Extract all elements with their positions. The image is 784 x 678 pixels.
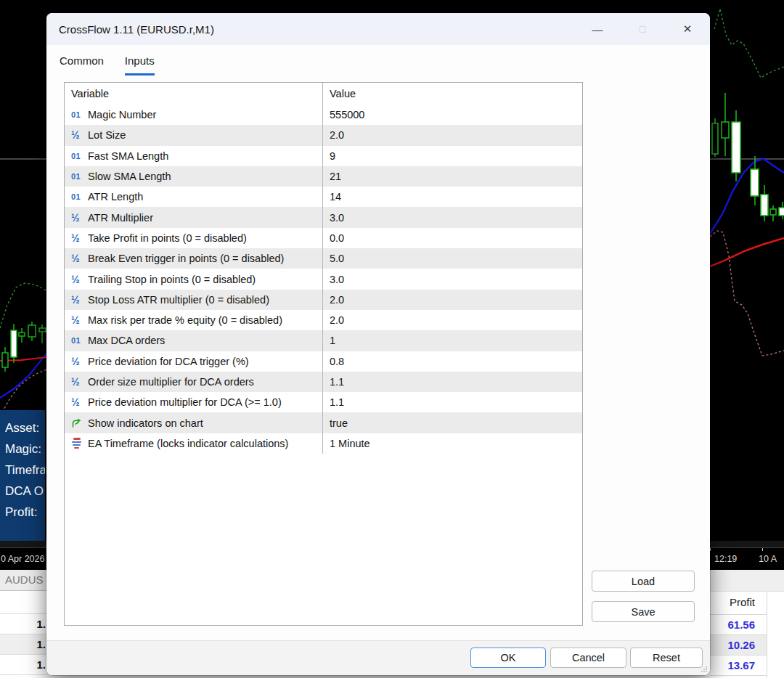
parameter-value[interactable]: 2.0	[330, 294, 344, 306]
parameter-value[interactable]: 9	[330, 150, 335, 162]
parameter-row[interactable]: EA Timeframe (locks indicator calculatio…	[65, 433, 582, 454]
parameter-row[interactable]: 01Max DCA orders1	[65, 330, 582, 351]
parameter-label: EA Timeframe (locks indicator calculatio…	[88, 438, 288, 449]
inputs-table: Variable Value 01Magic Number555000½Lot …	[64, 82, 583, 626]
parameter-row[interactable]: ½Price deviation for DCA trigger (%)0.8	[65, 351, 582, 372]
parameter-row[interactable]: Show indicators on charttrue	[65, 412, 582, 433]
chart-overlay-line: Asset:	[5, 417, 45, 438]
parameter-value[interactable]: 1	[330, 335, 335, 346]
parameter-value[interactable]: 1.1	[330, 376, 344, 388]
parameter-value[interactable]: 21	[330, 171, 341, 182]
column-header-value: Value	[330, 88, 356, 99]
parameter-label: Slow SMA Length	[88, 171, 171, 182]
parameter-row[interactable]: ½Price deviation multiplier for DCA (>= …	[65, 392, 582, 412]
parameter-row[interactable]: ½Max risk per trade % equity (0 = disabl…	[65, 310, 582, 330]
profit-column-header: Profit	[710, 592, 767, 615]
parameter-value[interactable]: 555000	[330, 109, 364, 121]
parameter-value[interactable]: 0.8	[330, 356, 344, 367]
parameter-label: Trailing Stop in points (0 = disabled)	[88, 274, 256, 285]
parameter-label: Stop Loss ATR multiplier (0 = disabled)	[88, 294, 269, 306]
double-type-icon: ½	[71, 253, 88, 264]
double-type-icon: ½	[71, 314, 88, 326]
integer-type-icon: 01	[71, 336, 88, 345]
double-type-icon: ½	[71, 232, 88, 244]
ok-button[interactable]: OK	[470, 648, 546, 668]
enum-type-icon	[71, 438, 88, 449]
chart-info-overlay: Asset:Magic:TimefraDCA OProfit:	[0, 410, 45, 545]
parameter-row[interactable]: ½Stop Loss ATR multiplier (0 = disabled)…	[65, 290, 582, 310]
parameter-label: Break Even trigger in points (0 = disabl…	[88, 253, 284, 264]
parameter-label: Max DCA orders	[88, 335, 165, 346]
parameter-row[interactable]: 01Fast SMA Length9	[65, 146, 582, 166]
parameter-label: Fast SMA Length	[88, 150, 168, 162]
parameter-value[interactable]: 1 Minute	[330, 438, 370, 449]
profit-column: Profit 61.5610.2613.67	[710, 570, 784, 678]
parameter-value[interactable]: 0.0	[330, 232, 344, 244]
reset-button[interactable]: Reset	[630, 648, 703, 668]
profit-cell: 61.56	[710, 615, 767, 635]
parameter-row[interactable]: ½Lot Size2.0	[65, 125, 582, 145]
parameter-value[interactable]: 3.0	[330, 212, 344, 224]
load-button[interactable]: Load	[592, 571, 695, 592]
chart-overlay-line: Timefra	[5, 460, 45, 481]
parameter-row[interactable]: ½Order size multiplier for DCA orders1.1	[65, 372, 582, 392]
parameter-row[interactable]: ½Take Profit in points (0 = disabled)0.0	[65, 228, 582, 248]
profit-cell: 10.26	[710, 635, 767, 655]
parameter-value[interactable]: 1.1	[330, 396, 344, 408]
axis-date-label: 0 Apr 2026	[1, 554, 44, 564]
parameter-label: Max risk per trade % equity (0 = disable…	[88, 314, 282, 326]
ea-settings-dialog: CrossFlow 1.11 (EURUSD.r,M1) — □ ✕ Commo…	[46, 13, 710, 675]
parameter-row[interactable]: 01Magic Number555000	[65, 105, 582, 125]
parameter-label: Order size multiplier for DCA orders	[88, 376, 254, 388]
maximize-icon: □	[640, 23, 645, 35]
symbol-column: AUDUS 1.1.1.	[0, 570, 46, 678]
parameter-label: Lot Size	[88, 129, 126, 141]
chart-overlay-line: DCA O	[5, 481, 45, 502]
quote-cell: 1.	[0, 655, 46, 675]
dialog-titlebar[interactable]: CrossFlow 1.11 (EURUSD.r,M1) — □ ✕	[46, 13, 710, 45]
save-button[interactable]: Save	[592, 601, 695, 622]
profit-column-band	[710, 570, 784, 592]
inputs-table-header: Variable Value	[65, 83, 582, 105]
parameter-value[interactable]: 2.0	[330, 129, 344, 141]
parameter-label: Price deviation multiplier for DCA (>= 1…	[88, 396, 282, 408]
column-header-variable: Variable	[71, 88, 109, 99]
parameter-row[interactable]: ½Trailing Stop in points (0 = disabled)3…	[65, 269, 582, 289]
axis-tick	[710, 548, 711, 551]
symbol-column-header: AUDUS	[0, 570, 46, 591]
minimize-icon: —	[592, 23, 603, 36]
resize-grip-icon[interactable]	[701, 666, 708, 673]
integer-type-icon: 01	[71, 152, 88, 160]
minimize-button[interactable]: —	[575, 13, 620, 45]
parameter-value[interactable]: 3.0	[330, 274, 344, 285]
symbol-column-empty-row	[0, 591, 46, 614]
parameter-row[interactable]: 01Slow SMA Length21	[65, 166, 582, 187]
double-type-icon: ½	[71, 294, 88, 306]
dialog-title: CrossFlow 1.11 (EURUSD.r,M1)	[46, 23, 575, 36]
parameter-row[interactable]: ½Break Even trigger in points (0 = disab…	[65, 248, 582, 269]
boolean-type-icon	[71, 417, 88, 428]
double-type-icon: ½	[71, 212, 88, 224]
integer-type-icon: 01	[71, 192, 88, 201]
double-type-icon: ½	[71, 376, 88, 388]
parameter-value[interactable]: 14	[330, 191, 341, 203]
profit-cell: 13.67	[710, 655, 767, 676]
parameter-value[interactable]: true	[330, 417, 348, 429]
tab-common[interactable]: Common	[60, 54, 104, 75]
parameter-label: Take Profit in points (0 = disabled)	[88, 232, 247, 244]
tab-inputs[interactable]: Inputs	[125, 54, 155, 75]
parameter-label: Price deviation for DCA trigger (%)	[88, 356, 249, 367]
parameter-value[interactable]: 5.0	[330, 253, 344, 264]
cancel-button[interactable]: Cancel	[550, 648, 626, 668]
inputs-table-body: 01Magic Number555000½Lot Size2.001Fast S…	[65, 105, 582, 454]
dialog-tabs: Common Inputs	[46, 45, 710, 75]
parameter-row[interactable]: ½ATR Multiplier3.0	[65, 207, 582, 227]
parameter-value[interactable]: 2.0	[330, 314, 344, 326]
double-type-icon: ½	[71, 396, 88, 408]
close-button[interactable]: ✕	[665, 13, 710, 45]
parameter-label: ATR Length	[88, 191, 143, 203]
parameter-label: Show indicators on chart	[88, 417, 203, 429]
parameter-row[interactable]: 01ATR Length14	[65, 187, 582, 207]
screen: Asset:Magic:TimefraDCA OProfit: 0 Apr 20…	[0, 0, 784, 678]
chart-overlay-line: Profit:	[5, 502, 45, 523]
